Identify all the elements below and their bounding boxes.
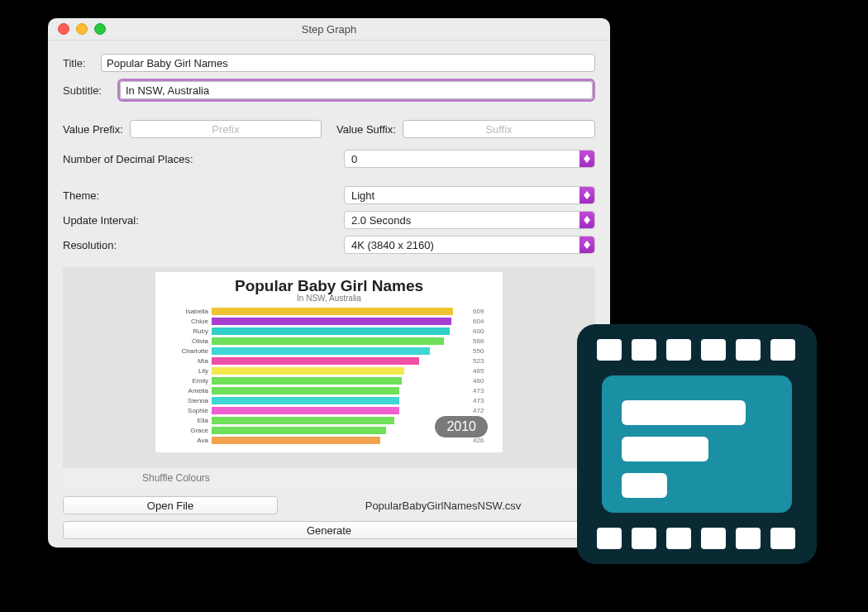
chart-bar-label: Grace <box>164 427 212 434</box>
title-input[interactable] <box>101 54 595 72</box>
subtitle-input[interactable] <box>120 81 593 99</box>
generate-label: Generate <box>307 524 351 537</box>
app-window: Step Graph Title: Subtitle: Value Prefix… <box>48 18 610 547</box>
label-subtitle: Subtitle: <box>63 84 117 97</box>
chart-subtitle: In NSW, Australia <box>164 294 494 303</box>
chart-bar-track <box>212 437 470 444</box>
chart-preview: Popular Baby Girl Names In NSW, Australi… <box>155 272 503 452</box>
chart-bar-track <box>212 377 470 385</box>
chart-bar-row: Sienna473 <box>164 395 494 405</box>
chevron-updown-icon <box>579 212 594 228</box>
svg-rect-17 <box>666 528 691 549</box>
label-resolution: Resolution: <box>63 239 344 251</box>
chart-bar-row: Sophie472 <box>164 405 494 415</box>
chart-bar-row: Amelia473 <box>164 385 494 395</box>
chart-bar-value: 485 <box>470 367 494 375</box>
chart-bar-track <box>212 357 470 365</box>
svg-rect-22 <box>622 400 746 425</box>
chart-bar-row: Charlotte550 <box>164 346 494 356</box>
label-theme: Theme: <box>63 189 344 202</box>
svg-rect-10 <box>632 339 656 361</box>
chart-bar-fill <box>212 387 399 394</box>
svg-marker-3 <box>584 195 590 199</box>
chart-bar-fill <box>212 377 402 385</box>
year-badge: 2010 <box>435 416 488 437</box>
generate-button[interactable]: Generate <box>63 521 595 539</box>
chart-bar-row: Mia523 <box>164 356 494 366</box>
chart-bar-label: Ruby <box>164 328 212 335</box>
decimal-places-select[interactable]: 0 <box>344 150 595 168</box>
label-value-suffix: Value Suffix: <box>336 123 396 136</box>
label-update-interval: Update Interval: <box>63 214 344 227</box>
svg-rect-12 <box>701 339 726 361</box>
chevron-updown-icon <box>579 237 594 253</box>
chart-bar-fill <box>212 337 444 345</box>
chart-bar-value: 600 <box>470 328 494 335</box>
chart-bar-value: 480 <box>470 377 494 385</box>
subtitle-focus-ring <box>117 79 595 102</box>
chart-bar-row: Chloe604 <box>164 316 494 326</box>
value-suffix-input[interactable] <box>403 120 595 138</box>
svg-rect-20 <box>770 528 795 549</box>
update-interval-select[interactable]: 2.0 Seconds <box>344 211 595 229</box>
chart-bar-fill <box>212 437 380 444</box>
svg-rect-11 <box>666 339 691 361</box>
chart-bar-label: Ava <box>164 437 212 444</box>
chart-bar-track <box>212 337 470 345</box>
chart-bar-track <box>212 407 470 414</box>
chart-bar-row: Isabella609 <box>164 306 494 316</box>
svg-rect-15 <box>597 528 622 549</box>
chart-bar-label: Charlotte <box>164 347 212 355</box>
svg-rect-14 <box>770 339 795 361</box>
chart-bar-label: Olivia <box>164 337 212 345</box>
filename-label: PopularBabyGirlNamesNSW.csv <box>291 500 595 512</box>
chart-bar-fill <box>212 357 419 365</box>
svg-rect-13 <box>736 339 761 361</box>
svg-rect-18 <box>701 528 726 549</box>
chart-bar-label: Isabella <box>164 308 212 315</box>
content: Title: Subtitle: Value Prefix: Value Suf… <box>48 41 610 547</box>
chart-bar-fill <box>212 308 453 315</box>
chart-bar-row: Olivia586 <box>164 336 494 346</box>
chart-bar-fill <box>212 318 451 325</box>
chart-bar-fill <box>212 427 386 434</box>
decimal-places-value: 0 <box>351 153 357 165</box>
svg-rect-23 <box>622 437 708 461</box>
chart-bar-label: Sophie <box>164 407 212 414</box>
chart-bar-value: 473 <box>470 387 494 394</box>
chart-bar-track <box>212 417 470 424</box>
open-file-button[interactable]: Open File <box>63 496 278 514</box>
chart-bar-fill <box>212 347 430 355</box>
chart-bar-track <box>212 397 470 404</box>
chart-bar-fill <box>212 328 450 335</box>
shuffle-colours-label: Shuffle Colours <box>142 472 210 484</box>
app-icon <box>569 316 825 572</box>
chart-bar-fill <box>212 407 399 414</box>
theme-select[interactable]: Light <box>344 186 595 204</box>
chart-bar-label: Sienna <box>164 397 212 404</box>
resolution-select[interactable]: 4K (3840 x 2160) <box>344 236 595 254</box>
chart-bar-row: Emily480 <box>164 375 494 385</box>
chevron-updown-icon <box>579 187 594 203</box>
chart-bar-label: Emily <box>164 377 212 385</box>
chart-bar-track <box>212 387 470 394</box>
label-value-prefix: Value Prefix: <box>63 123 123 136</box>
chart-bar-track <box>212 318 470 325</box>
chart-bar-value: 472 <box>470 407 494 414</box>
titlebar: Step Graph <box>48 18 610 41</box>
svg-rect-24 <box>622 473 667 498</box>
svg-marker-5 <box>584 220 590 224</box>
chart-bar-value: 609 <box>470 308 494 315</box>
chart-bar-fill <box>212 417 394 424</box>
preview-pane: Popular Baby Girl Names In NSW, Australi… <box>63 267 595 488</box>
svg-marker-1 <box>584 159 590 163</box>
chart-bar-label: Mia <box>164 357 212 365</box>
value-prefix-input[interactable] <box>130 120 322 138</box>
update-interval-value: 2.0 Seconds <box>351 214 411 227</box>
chart-bar-value: 550 <box>470 347 494 355</box>
chart-title: Popular Baby Girl Names <box>164 277 494 295</box>
open-file-label: Open File <box>147 500 193 512</box>
chart-bar-track <box>212 427 470 434</box>
window-title: Step Graph <box>48 23 610 36</box>
shuffle-colours-button[interactable]: Shuffle Colours <box>63 468 595 488</box>
